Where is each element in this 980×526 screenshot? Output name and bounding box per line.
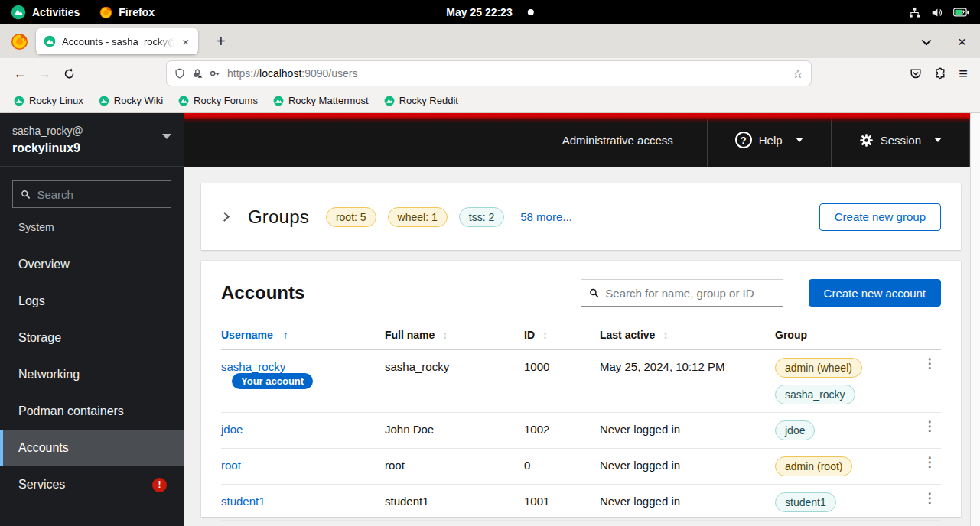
bookmark-rocky-icon xyxy=(99,96,109,106)
bookmark-item[interactable]: Rocky Forums xyxy=(174,93,262,109)
clock[interactable]: May 25 22:23 xyxy=(446,6,512,18)
firefox-nav-bar: ← → https://localhost:9090/users ☆ ≡ xyxy=(0,58,980,89)
accounts-search[interactable] xyxy=(581,279,783,307)
sidebar-item-label: Logs xyxy=(18,294,45,308)
bookmark-label: Rocky Wiki xyxy=(114,95,163,106)
new-tab-button[interactable]: + xyxy=(210,32,232,50)
host-switcher[interactable]: sasha_rocky@ rockylinux9 xyxy=(0,113,184,167)
list-all-tabs-icon[interactable] xyxy=(921,35,931,45)
sidebar-nav-item[interactable]: Storage xyxy=(0,320,184,356)
sidebar-search-input[interactable] xyxy=(37,188,163,201)
main-area: Administrative access ? Help Session xyxy=(184,113,970,526)
column-label: ID xyxy=(524,329,535,341)
sidebar-nav: Overview Logs Storage Networking Podman … xyxy=(0,242,184,503)
focused-app-label: Firefox xyxy=(119,6,155,18)
sidebar-nav-item[interactable]: Services ! xyxy=(0,466,184,503)
sidebar-nav-item[interactable]: Logs xyxy=(0,283,184,320)
username-link[interactable]: root xyxy=(221,459,241,472)
groups-more-link[interactable]: 58 more... xyxy=(520,210,572,223)
forward-button[interactable]: → xyxy=(32,62,57,85)
bookmark-label: Rocky Forums xyxy=(194,95,258,106)
url-bar[interactable]: https://localhost:9090/users ☆ xyxy=(167,61,811,86)
table-header-row: Username ↑ Full name ↕ ID xyxy=(221,323,941,350)
sidebar-nav-item[interactable]: Overview xyxy=(0,246,184,283)
bookmark-item[interactable]: Rocky Wiki xyxy=(94,93,168,109)
group-badge: sasha_rocky xyxy=(775,385,855,404)
sidebar-nav-item[interactable]: Accounts xyxy=(0,430,184,466)
back-button[interactable]: ← xyxy=(8,62,32,85)
reload-button[interactable] xyxy=(57,62,81,85)
username-link[interactable]: jdoe xyxy=(221,423,243,436)
table-body: sasha_rocky Your account sasha_rocky 100… xyxy=(221,350,941,521)
activities-button[interactable]: Activities xyxy=(11,5,80,20)
group-badge: jdoe xyxy=(775,420,815,440)
last-active-cell: May 25, 2024, 10:12 PM xyxy=(600,350,775,383)
host-switcher-caret-icon xyxy=(162,134,171,139)
window-close-icon[interactable]: × xyxy=(958,34,966,49)
bookmark-item[interactable]: Rocky Mattermost xyxy=(269,93,373,109)
search-icon xyxy=(589,287,599,298)
group-badge: student1 xyxy=(775,492,836,512)
column-label: Full name xyxy=(385,329,435,341)
page-scrollbar[interactable] xyxy=(970,113,980,526)
groups-expand-button[interactable] xyxy=(221,213,241,220)
create-group-button[interactable]: Create new group xyxy=(819,203,941,231)
full-name-cell: root xyxy=(385,449,524,482)
username-cell: student1 xyxy=(221,485,385,518)
full-name-cell: sasha_rocky xyxy=(385,350,524,383)
row-actions-cell: ⋮ xyxy=(918,413,941,436)
sidebar: sasha_rocky@ rockylinux9 System Overview… xyxy=(0,113,184,526)
group-cell: student1 xyxy=(775,485,918,520)
url-host: localhost xyxy=(259,67,301,80)
full-name-cell: John Doe xyxy=(385,413,524,446)
admin-access-button[interactable]: Administrative access xyxy=(529,113,707,167)
sidebar-section-label: System xyxy=(0,209,184,242)
sidebar-nav-item[interactable]: Networking xyxy=(0,356,184,393)
key-icon[interactable] xyxy=(210,68,220,79)
sidebar-item-label: Services xyxy=(18,478,65,492)
sidebar-nav-item[interactable]: Podman containers xyxy=(0,393,184,430)
bookmark-item[interactable]: Rocky Reddit xyxy=(379,93,463,109)
tracking-shield-icon[interactable] xyxy=(174,68,185,79)
kebab-menu-icon[interactable]: ⋮ xyxy=(917,356,943,373)
bookmark-item[interactable]: Rocky Linux xyxy=(9,93,88,109)
sortable-icon: ↕ xyxy=(663,329,668,341)
browser-tab[interactable]: Accounts - sasha_rocky@ × xyxy=(36,28,198,54)
cockpit-app: sasha_rocky@ rockylinux9 System Overview… xyxy=(0,113,980,526)
sidebar-item-label: Overview xyxy=(18,258,70,271)
column-header[interactable]: Full name ↕ xyxy=(385,323,524,349)
focused-app-menu[interactable]: Firefox xyxy=(99,6,155,19)
session-menu[interactable]: Session xyxy=(831,113,970,167)
kebab-menu-icon[interactable]: ⋮ xyxy=(917,418,943,436)
your-account-badge: Your account xyxy=(232,373,313,389)
system-status-area[interactable] xyxy=(909,7,980,18)
pocket-icon[interactable] xyxy=(910,67,922,80)
sidebar-search[interactable] xyxy=(12,180,171,208)
username-link[interactable]: sasha_rocky xyxy=(221,360,285,373)
tab-close-icon[interactable]: × xyxy=(181,36,190,47)
firefox-tab-bar: Accounts - sasha_rocky@ × + × xyxy=(0,24,980,58)
create-account-button[interactable]: Create new account xyxy=(809,279,941,307)
hamburger-menu-icon[interactable]: ≡ xyxy=(959,66,968,81)
bookmark-star-icon[interactable]: ☆ xyxy=(793,67,803,81)
column-header[interactable]: ID ↕ xyxy=(524,323,600,349)
session-label: Session xyxy=(881,134,921,147)
sidebar-item-label: Networking xyxy=(18,368,80,382)
help-icon: ? xyxy=(735,132,752,148)
extensions-puzzle-icon[interactable] xyxy=(934,67,946,80)
help-menu[interactable]: ? Help xyxy=(707,113,831,167)
id-cell: 0 xyxy=(524,449,600,482)
row-actions-cell: ⋮ xyxy=(918,350,941,373)
accounts-toolbar: Create new account xyxy=(581,279,941,307)
sidebar-username: sasha_rocky@ xyxy=(12,123,162,139)
column-header[interactable]: Last active ↕ xyxy=(600,323,775,349)
column-header[interactable]: Username ↑ xyxy=(221,323,385,349)
kebab-menu-icon[interactable]: ⋮ xyxy=(917,490,943,508)
username-cell: jdoe xyxy=(221,413,385,446)
group-badge: wheel: 1 xyxy=(388,207,448,227)
firefox-logo-icon xyxy=(11,33,28,50)
accounts-search-input[interactable] xyxy=(605,287,774,300)
username-link[interactable]: student1 xyxy=(221,495,265,508)
lock-warning-icon[interactable] xyxy=(192,68,203,79)
kebab-menu-icon[interactable]: ⋮ xyxy=(917,454,943,472)
